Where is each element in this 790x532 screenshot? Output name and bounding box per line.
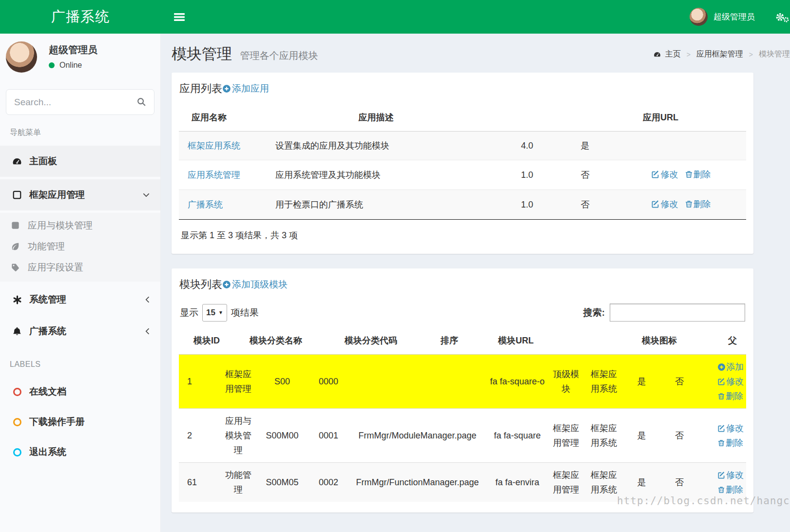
user-menu[interactable]: 超级管理员: [690, 8, 755, 26]
module-table-row[interactable]: 2 应用与模块管理 S00M00 0001 FrmMgr/ModuleManag…: [179, 409, 746, 463]
square-filled-icon: [9, 221, 21, 230]
sidebar-item-framework[interactable]: 框架应用管理: [0, 179, 160, 210]
add-app-link[interactable]: 添加应用: [222, 82, 269, 95]
module-actions-cell: 修改 删除: [699, 463, 746, 502]
search-icon[interactable]: [137, 97, 146, 107]
add-app-label: 添加应用: [232, 82, 269, 95]
module-code-cell: S00M00: [255, 409, 309, 463]
module-icon-cell: fa fa-square: [487, 409, 548, 463]
sidebar-label-manual[interactable]: 下载操作手册: [0, 407, 160, 437]
module-flag-cell: 否: [660, 409, 699, 463]
col-module-id[interactable]: 模块ID: [193, 335, 220, 346]
sidebar-item-broadcast[interactable]: 广播系统: [0, 316, 160, 347]
col-module-name[interactable]: 模块分类名称: [250, 335, 302, 346]
module-icon-cell: fa fa-square-o: [487, 355, 548, 409]
col-module-order[interactable]: 排序: [441, 335, 458, 346]
user-name-label: 超级管理员: [713, 11, 755, 22]
square-outline-icon: [11, 190, 23, 200]
module-code-cell: S00: [255, 355, 309, 409]
breadcrumb-home[interactable]: 主页: [665, 49, 681, 59]
app-flag-cell: 否: [575, 190, 616, 220]
breadcrumb-level1[interactable]: 应用框架管理: [696, 49, 743, 59]
module-visible-cell: 是: [623, 463, 660, 502]
hamburger-icon: [174, 13, 185, 21]
add-top-module-link[interactable]: 添加顶级模块: [222, 278, 288, 291]
table-search-input[interactable]: [610, 304, 745, 322]
module-table-row-highlighted[interactable]: 1 框架应用管理 S00 0000 fa fa-square-o 顶级模块 框架…: [179, 355, 746, 409]
plus-circle-icon: [222, 84, 231, 93]
col-app-url[interactable]: 应用URL: [616, 105, 746, 132]
module-table-row[interactable]: 61 功能管理 S00M05 0002 FrmMgr/FunctionManag…: [179, 463, 746, 502]
online-status-dot: [49, 62, 55, 68]
settings-button[interactable]: [775, 12, 789, 22]
sidebar-label-logout[interactable]: 退出系统: [0, 437, 160, 467]
module-visible-cell: 是: [623, 409, 660, 463]
app-flag-cell: 否: [575, 160, 616, 190]
col-app-flag[interactable]: [575, 105, 616, 132]
col-app-name[interactable]: 应用名称: [179, 105, 268, 132]
sidebar-item-dashboard[interactable]: 主面板: [0, 146, 160, 177]
edit-module-link[interactable]: 修改: [717, 374, 744, 389]
page-size-select[interactable]: 15 ▼: [202, 304, 227, 322]
sidebar-search-input[interactable]: [14, 97, 137, 108]
col-app-desc[interactable]: 应用描述: [268, 105, 480, 132]
content-header: 模块管理 管理各个应用模块 主页 > 应用框架管理 > 模块管理: [172, 34, 790, 73]
app-name-link[interactable]: 广播系统: [188, 200, 223, 209]
delete-app-link[interactable]: 删除: [685, 169, 711, 180]
col-app-version[interactable]: [480, 105, 575, 132]
datatable-controls: 显示 15 ▼ 项结果 搜索:: [179, 301, 746, 322]
app-table: 应用名称 应用描述 应用URL 框架应用系统 设置集成的应用及其功能模块 4.0…: [179, 105, 746, 220]
chevron-left-icon: [145, 296, 150, 303]
module-id-cell: 61: [179, 463, 221, 502]
trash-icon: [685, 170, 693, 179]
table-search-label: 搜索:: [583, 306, 605, 319]
module-name-cell: 应用与模块管理: [221, 409, 255, 463]
app-desc-cell: 设置集成的应用及其功能模块: [268, 132, 480, 160]
module-order-cell: 0001: [309, 409, 348, 463]
sidebar-toggle-button[interactable]: [168, 0, 191, 34]
sidebar-subitem-label: 功能管理: [28, 240, 65, 253]
asterisk-icon: [11, 295, 23, 304]
delete-module-link[interactable]: 删除: [717, 436, 744, 450]
delete-app-link[interactable]: 删除: [685, 198, 711, 210]
col-module-code[interactable]: 模块分类代码: [345, 335, 397, 346]
sidebar-subitem-function[interactable]: 功能管理: [0, 236, 160, 257]
module-table-header-row: 模块ID 模块分类名称 模块分类代码 排序 模块URL 模块图标 父: [179, 327, 746, 355]
app-list-box-header: 应用列表 添加应用: [172, 73, 753, 101]
tag-icon: [9, 263, 21, 272]
sidebar-item-system[interactable]: 系统管理: [0, 284, 160, 315]
edit-module-link[interactable]: 修改: [717, 468, 744, 482]
breadcrumb: 主页 > 应用框架管理 > 模块管理: [653, 49, 790, 59]
sidebar-subitem-app-module[interactable]: 应用与模块管理: [0, 215, 160, 236]
dashboard-gauge-icon: [11, 156, 23, 166]
delete-module-link[interactable]: 删除: [717, 482, 744, 497]
app-name-link[interactable]: 应用系统管理: [188, 170, 240, 180]
col-module-parent[interactable]: 父: [728, 335, 737, 346]
circle-outline-orange-icon: [11, 418, 23, 426]
circle-outline-red-icon: [11, 388, 23, 396]
col-module-icon[interactable]: 模块图标: [642, 335, 677, 346]
sidebar-subitem-app-field[interactable]: 应用字段设置: [0, 257, 160, 278]
module-parent-cell: 框架应用管理: [548, 409, 584, 463]
edit-app-link[interactable]: 修改: [651, 198, 678, 210]
home-gauge-icon: [653, 51, 661, 58]
edit-label: 修改: [726, 468, 744, 482]
app-name-link[interactable]: 框架应用系统: [188, 141, 240, 151]
app-brand[interactable]: 广播系统: [0, 0, 161, 34]
module-actions-cell: 修改 删除: [699, 409, 746, 463]
module-name-cell: 框架应用管理: [221, 355, 255, 409]
col-module-url[interactable]: 模块URL: [498, 335, 534, 346]
sidebar-item-label: 主面板: [29, 155, 57, 168]
app-desc-cell: 用于检票口的广播系统: [268, 190, 480, 220]
delete-module-link[interactable]: 删除: [717, 389, 744, 403]
module-app-cell: 框架应用系统: [584, 409, 623, 463]
sidebar-label-docs[interactable]: 在线文档: [0, 377, 160, 407]
app-version-cell: 1.0: [480, 160, 575, 190]
edit-app-link[interactable]: 修改: [651, 169, 678, 180]
sidebar-user-name: 超级管理员: [49, 43, 97, 57]
app-table-info: 显示第 1 至 3 项结果，共 3 项: [179, 220, 746, 243]
results-label: 项结果: [231, 306, 259, 319]
user-avatar: [690, 8, 708, 26]
add-module-link[interactable]: 添加: [717, 360, 744, 374]
edit-module-link[interactable]: 修改: [717, 421, 744, 436]
